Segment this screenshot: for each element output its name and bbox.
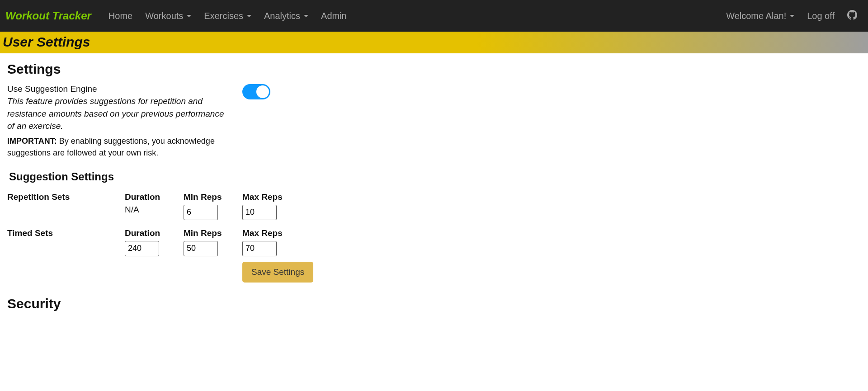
nav-admin[interactable]: Admin [316, 7, 352, 25]
navbar: Workout Tracker Home Workouts Exercises … [0, 0, 868, 32]
repetition-sets-duration-cell: Duration N/A [125, 192, 184, 215]
nav-welcome-user[interactable]: Welcome Alan! [721, 7, 800, 25]
chevron-down-icon [247, 15, 251, 17]
github-icon [847, 10, 857, 22]
repetition-sets-maxreps-input[interactable] [242, 205, 277, 220]
chevron-down-icon [790, 15, 794, 17]
timed-sets-maxreps-cell: Max Reps [242, 228, 301, 256]
security-heading: Security [7, 296, 698, 311]
repetition-sets-label: Repetition Sets [7, 192, 125, 202]
nav-workouts[interactable]: Workouts [140, 7, 197, 25]
nav-home[interactable]: Home [103, 7, 138, 25]
toggle-knob [256, 85, 269, 98]
nav-exercises-label: Exercises [204, 11, 243, 21]
nav-exercises[interactable]: Exercises [198, 7, 257, 25]
timed-sets-minreps-input[interactable] [184, 241, 218, 256]
maxreps-header-2: Max Reps [242, 228, 301, 238]
main-content: Settings Use Suggestion Engine This feat… [0, 53, 705, 337]
use-suggestion-engine-toggle[interactable] [242, 84, 270, 99]
duration-header-2: Duration [125, 228, 184, 238]
nav-left: Home Workouts Exercises Analytics Admin [103, 7, 352, 25]
nav-workouts-label: Workouts [145, 11, 183, 21]
repetition-sets-maxreps-cell: Max Reps [242, 192, 301, 220]
nav-analytics-label: Analytics [264, 11, 300, 21]
timed-sets-maxreps-input[interactable] [242, 241, 277, 256]
timed-sets-minreps-cell: Min Reps [184, 228, 242, 256]
page-header: User Settings [0, 32, 868, 53]
repetition-sets-duration-value: N/A [125, 205, 184, 215]
github-link[interactable] [842, 6, 863, 26]
minreps-header-2: Min Reps [184, 228, 242, 238]
chevron-down-icon [187, 15, 191, 17]
use-suggestion-engine-label: Use Suggestion Engine [7, 84, 224, 94]
save-settings-button[interactable]: Save Settings [242, 262, 313, 283]
important-label: IMPORTANT: [7, 137, 57, 146]
suggestion-settings-grid: Repetition Sets Duration N/A Min Reps Ma… [7, 192, 698, 256]
minreps-header: Min Reps [184, 192, 242, 202]
duration-header: Duration [125, 192, 184, 202]
maxreps-header: Max Reps [242, 192, 301, 202]
brand-logo[interactable]: Workout Tracker [5, 9, 91, 22]
timed-sets-duration-cell: Duration [125, 228, 184, 256]
use-suggestion-engine-desc: This feature provides suggestions for re… [7, 95, 224, 132]
nav-welcome-label: Welcome Alan! [726, 11, 786, 21]
nav-right: Welcome Alan! Log off [721, 6, 863, 26]
repetition-sets-minreps-input[interactable] [184, 205, 218, 220]
chevron-down-icon [304, 15, 308, 17]
nav-analytics[interactable]: Analytics [259, 7, 314, 25]
nav-logoff[interactable]: Log off [802, 7, 840, 25]
use-suggestion-engine-row: Use Suggestion Engine This feature provi… [7, 84, 698, 159]
timed-sets-label: Timed Sets [7, 228, 125, 238]
use-suggestion-engine-text: Use Suggestion Engine This feature provi… [7, 84, 224, 159]
timed-sets-duration-input[interactable] [125, 241, 159, 256]
page-title: User Settings [3, 34, 863, 50]
repetition-sets-minreps-cell: Min Reps [184, 192, 242, 220]
settings-heading: Settings [7, 61, 698, 77]
suggestion-settings-heading: Suggestion Settings [9, 170, 698, 183]
use-suggestion-engine-warning: IMPORTANT: By enabling suggestions, you … [7, 135, 224, 159]
